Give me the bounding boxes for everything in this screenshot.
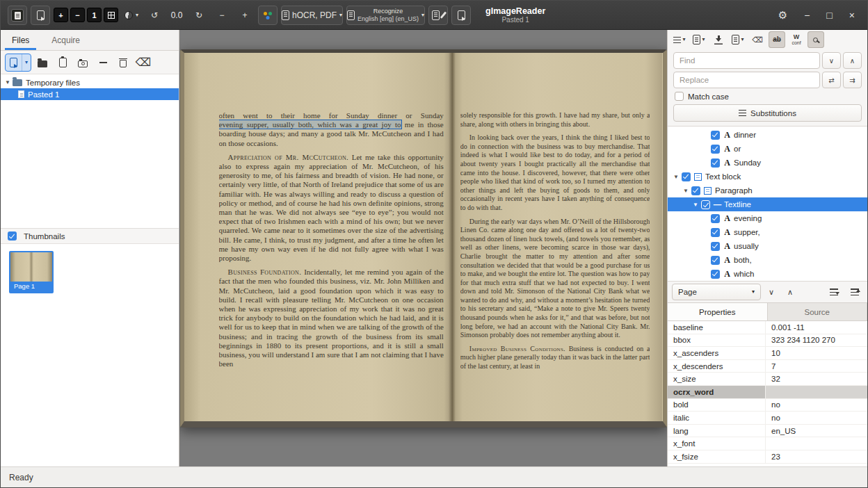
remove-page-button[interactable] — [94, 54, 112, 72]
selected-textline-highlight[interactable]: evening supper, usually both, which was … — [219, 120, 401, 129]
tree-item-pasted-1[interactable]: Pasted 1 — [1, 88, 179, 100]
property-row[interactable]: baseline0.001 -11 — [668, 321, 867, 334]
item-checkbox[interactable] — [711, 270, 720, 279]
open-file-button[interactable] — [33, 54, 51, 72]
navigate-previous-button[interactable]: ∧ — [782, 284, 798, 300]
zoom-fit-button[interactable] — [104, 8, 118, 22]
property-row[interactable]: bbox323 234 1120 270 — [668, 334, 867, 348]
angle-decrease-button[interactable]: − — [212, 6, 232, 25]
tab-source[interactable]: Source — [768, 303, 868, 320]
hocr-edit-button[interactable] — [428, 6, 448, 25]
property-row[interactable]: langen_US — [668, 425, 867, 438]
match-case-checkbox[interactable] — [675, 92, 684, 101]
swap-source-dropdown[interactable]: ▾ — [691, 31, 707, 48]
hocr-tree-item[interactable]: Asupper, — [668, 225, 867, 239]
replace-button[interactable]: ⇄ — [822, 72, 841, 88]
app-menu-button[interactable] — [8, 6, 27, 25]
hocr-tree-item[interactable]: Awhich — [668, 267, 867, 281]
zoom-in-button[interactable]: + — [54, 8, 68, 22]
page-thumbnail[interactable]: Page 1 — [9, 251, 54, 293]
word-confidence-toggle[interactable]: W conf — [788, 31, 805, 48]
zoom-out-button[interactable]: − — [70, 8, 85, 22]
open-hocr-button[interactable] — [710, 31, 727, 48]
navigate-next-button[interactable]: ∨ — [763, 284, 780, 300]
item-checkbox[interactable] — [711, 256, 720, 265]
property-row[interactable]: italicno — [668, 412, 867, 425]
delete-file-button[interactable] — [114, 54, 132, 72]
tab-acquire[interactable]: Acquire — [40, 30, 91, 50]
expand-all-button[interactable] — [826, 284, 842, 300]
tab-files[interactable]: Files — [1, 30, 40, 50]
find-replace-toggle[interactable] — [807, 31, 824, 48]
angle-increase-button[interactable]: + — [235, 6, 255, 25]
screenshot-button[interactable] — [74, 54, 92, 72]
find-next-button[interactable]: ∨ — [822, 52, 841, 69]
property-row[interactable]: x_ascenders10 — [668, 347, 867, 360]
close-button[interactable]: × — [849, 10, 855, 21]
item-checkbox[interactable] — [682, 172, 691, 181]
hocr-tree-item[interactable]: Ausually — [668, 239, 867, 253]
ocr-mode-dropdown[interactable]: hOCR, PDF ▾ — [281, 6, 343, 25]
hocr-tree-item[interactable]: Aor — [668, 142, 867, 156]
property-row[interactable]: x_fsize23 — [668, 450, 867, 464]
item-checkbox[interactable] — [711, 145, 720, 154]
paste-image-button[interactable] — [31, 6, 50, 25]
collapse-all-button[interactable] — [846, 284, 863, 300]
book-page-left: often went to their home for Sunday dinn… — [184, 53, 452, 421]
image-controls-dropdown[interactable]: ▾ — [122, 6, 141, 25]
window-controls: ⚙ − □ × — [778, 9, 860, 22]
hocr-tree-item[interactable]: ▼—Textline — [668, 197, 867, 211]
clear-files-button[interactable]: ⌫ — [134, 54, 152, 72]
hocr-tree-item[interactable]: ▼Paragraph — [668, 184, 867, 197]
strike-words-toggle[interactable] — [769, 31, 785, 48]
paste-options-caret[interactable]: ▾ — [22, 54, 31, 71]
replace-all-button[interactable]: ⇉ — [843, 72, 862, 88]
maximize-button[interactable]: □ — [826, 10, 832, 21]
recognize-language-dropdown[interactable]: Recognize English [eng] (en_US) ▾ — [346, 6, 425, 25]
property-row[interactable]: ocrx_word — [668, 386, 867, 399]
hocr-tree-item[interactable]: ASunday — [668, 156, 867, 170]
ocr-engine-button[interactable] — [258, 6, 278, 25]
insert-mode-dropdown[interactable]: ▾ — [671, 31, 688, 48]
property-row[interactable]: x_descenders7 — [668, 360, 867, 373]
navigation-level-selector[interactable]: Page ▾ — [672, 284, 761, 300]
tab-properties[interactable]: Properties — [668, 303, 768, 320]
chevron-down-icon: ▾ — [741, 37, 744, 42]
item-checkbox[interactable] — [711, 158, 720, 168]
clear-hocr-button[interactable]: ⌫ — [749, 31, 766, 48]
clipboard-button[interactable] — [54, 54, 72, 72]
paste-button[interactable]: ▾ — [5, 54, 31, 72]
rotate-left-button[interactable]: ↺ — [145, 6, 164, 25]
item-checkbox[interactable] — [701, 200, 710, 209]
thumbnails-checkbox[interactable] — [8, 231, 17, 241]
find-previous-button[interactable]: ∧ — [843, 52, 862, 69]
substitutions-button[interactable]: Substitutions — [673, 104, 862, 122]
export-button[interactable] — [451, 6, 471, 25]
item-checkbox[interactable] — [711, 131, 720, 140]
replace-input[interactable] — [673, 72, 820, 88]
property-row[interactable]: boldno — [668, 399, 867, 412]
expander-icon[interactable]: ▼ — [691, 202, 700, 208]
item-checkbox[interactable] — [711, 228, 720, 237]
expander-icon[interactable]: ▼ — [672, 174, 680, 180]
tree-item-temporary-files[interactable]: ▼ Temporary files — [1, 76, 179, 88]
rotate-right-button[interactable]: ↻ — [189, 6, 209, 25]
hocr-tree-item[interactable]: Aevening — [668, 211, 867, 225]
property-row[interactable]: x_size32 — [668, 373, 867, 386]
rotation-angle-value[interactable]: 0.0 — [168, 10, 186, 20]
hocr-tree-item[interactable]: Adinner — [668, 128, 867, 142]
settings-button[interactable]: ⚙ — [778, 9, 787, 22]
image-canvas[interactable]: often went to their home for Sunday dinn… — [179, 30, 667, 466]
item-checkbox[interactable] — [711, 214, 720, 223]
item-checkbox[interactable] — [691, 186, 700, 195]
zoom-original-button[interactable]: 1 — [87, 8, 102, 22]
minimize-button[interactable]: − — [804, 10, 810, 21]
hocr-tree-item[interactable]: Aboth, — [668, 253, 867, 267]
expander-icon[interactable]: ▼ — [682, 188, 690, 194]
property-row[interactable]: x_font — [668, 437, 867, 450]
item-checkbox[interactable] — [711, 242, 720, 251]
expander-icon[interactable]: ▼ — [3, 79, 12, 86]
hocr-tree-item[interactable]: ▼Text block — [668, 170, 867, 184]
find-input[interactable] — [673, 52, 820, 69]
save-hocr-dropdown[interactable]: ▾ — [730, 31, 746, 48]
